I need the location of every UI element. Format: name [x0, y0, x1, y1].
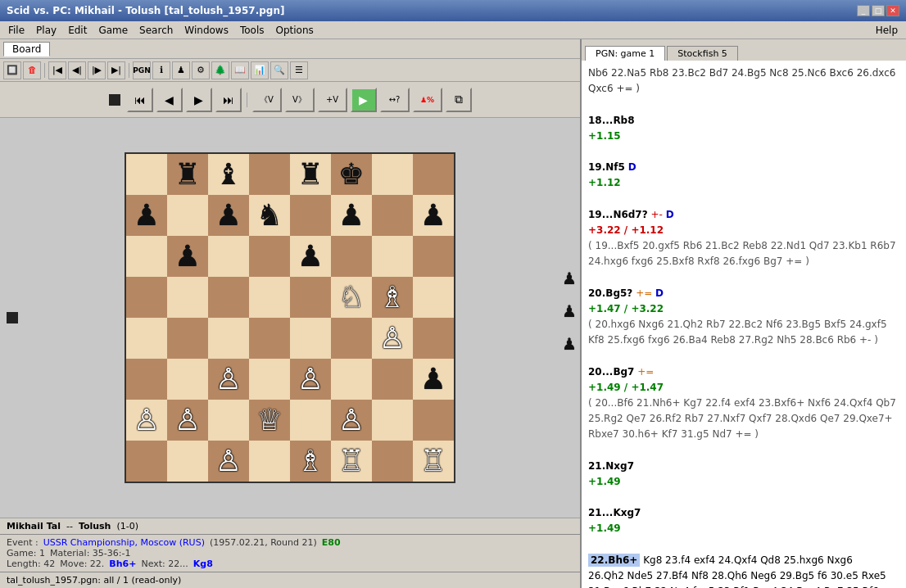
maximize-button[interactable]: □	[872, 5, 885, 16]
square[interactable]	[167, 441, 208, 482]
event-link[interactable]: USSR Championship, Moscow (RUS)	[43, 537, 205, 548]
menu-help[interactable]: Help	[871, 23, 903, 38]
square[interactable]	[208, 277, 249, 318]
menu-search[interactable]: Search	[134, 23, 178, 38]
square[interactable]	[126, 359, 167, 400]
icon-list[interactable]: ☰	[290, 61, 308, 79]
square[interactable]: ♘	[331, 277, 372, 318]
square[interactable]	[208, 318, 249, 359]
square[interactable]	[249, 441, 290, 482]
icon-next-game[interactable]: |▶	[88, 61, 106, 79]
square[interactable]	[413, 277, 454, 318]
square[interactable]	[167, 277, 208, 318]
nav-first[interactable]: ⏮	[127, 88, 153, 112]
square[interactable]	[413, 318, 454, 359]
square[interactable]	[413, 154, 454, 195]
icon-pgn[interactable]: PGN	[133, 61, 151, 79]
icon-stats[interactable]: 📊	[251, 61, 269, 79]
square[interactable]	[372, 154, 413, 195]
square[interactable]: ♜	[167, 154, 208, 195]
square[interactable]	[290, 400, 331, 441]
square[interactable]	[249, 154, 290, 195]
square[interactable]: ♙	[208, 441, 249, 482]
icon-first-game[interactable]: |◀	[48, 61, 66, 79]
icon-prev-game[interactable]: ◀|	[68, 61, 86, 79]
square[interactable]	[331, 359, 372, 400]
menu-game[interactable]: Game	[93, 23, 133, 38]
square[interactable]	[290, 277, 331, 318]
nav-score[interactable]: ♟%	[413, 88, 442, 112]
square[interactable]	[126, 441, 167, 482]
square[interactable]: ♙	[372, 318, 413, 359]
menu-tools[interactable]: Tools	[235, 23, 270, 38]
square[interactable]	[331, 318, 372, 359]
square[interactable]	[290, 195, 331, 236]
square[interactable]: ♟	[413, 195, 454, 236]
minimize-button[interactable]: _	[857, 5, 870, 16]
icon-book[interactable]: 📖	[231, 61, 249, 79]
icon-board[interactable]: ♟	[172, 61, 190, 79]
square[interactable]	[372, 195, 413, 236]
menu-edit[interactable]: Edit	[63, 23, 92, 38]
square[interactable]: ♖	[331, 441, 372, 482]
square[interactable]	[126, 277, 167, 318]
square[interactable]: ♜	[290, 154, 331, 195]
icon-filter[interactable]: 🔍	[270, 61, 288, 79]
tab-engine[interactable]: Stockfish 5	[667, 46, 738, 61]
square[interactable]	[126, 154, 167, 195]
square[interactable]: ♟	[290, 236, 331, 277]
icon-engine[interactable]: ⚙	[192, 61, 210, 79]
square[interactable]: ♗	[290, 441, 331, 482]
square[interactable]	[249, 236, 290, 277]
square[interactable]	[372, 236, 413, 277]
square[interactable]: ♟	[331, 195, 372, 236]
square[interactable]: ♙	[208, 359, 249, 400]
moves-panel[interactable]: Nb6 22.Na5 Rb8 23.Bc2 Bd7 24.Bg5 Nc8 25.…	[582, 61, 906, 588]
close-button[interactable]: ✕	[886, 5, 899, 16]
icon-game-info[interactable]: ℹ	[152, 61, 170, 79]
square[interactable]: ♟	[167, 236, 208, 277]
square[interactable]	[208, 400, 249, 441]
square[interactable]	[126, 318, 167, 359]
square[interactable]	[167, 359, 208, 400]
square[interactable]	[290, 318, 331, 359]
square[interactable]	[249, 318, 290, 359]
square[interactable]	[331, 236, 372, 277]
square[interactable]	[413, 400, 454, 441]
square[interactable]	[208, 236, 249, 277]
icon-tree[interactable]: 🌲	[211, 61, 229, 79]
square[interactable]: ♗	[372, 277, 413, 318]
nav-var-next[interactable]: V》	[285, 88, 315, 112]
square[interactable]	[372, 359, 413, 400]
icon-scid-logo[interactable]: 🔲	[3, 61, 21, 79]
nav-add-var[interactable]: +V	[318, 88, 347, 112]
square[interactable]: ♟	[413, 359, 454, 400]
square[interactable]: ♝	[208, 154, 249, 195]
square[interactable]: ♙	[167, 400, 208, 441]
square[interactable]	[167, 195, 208, 236]
square[interactable]	[249, 359, 290, 400]
nav-prev[interactable]: ◀	[156, 88, 183, 112]
square[interactable]: ♕	[249, 400, 290, 441]
square[interactable]: ♙	[290, 359, 331, 400]
square[interactable]	[126, 236, 167, 277]
menu-windows[interactable]: Windows	[179, 23, 233, 38]
square[interactable]: ♖	[413, 441, 454, 482]
square[interactable]	[413, 236, 454, 277]
icon-delete[interactable]: 🗑	[23, 61, 41, 79]
nav-last[interactable]: ⏭	[215, 88, 242, 112]
square[interactable]: ♙	[126, 400, 167, 441]
square[interactable]: ♟	[126, 195, 167, 236]
nav-next[interactable]: ▶	[186, 88, 212, 112]
tab-pgn[interactable]: PGN: game 1	[585, 46, 665, 61]
nav-play[interactable]: ▶	[351, 88, 377, 112]
square[interactable]	[249, 277, 290, 318]
square[interactable]: ♞	[249, 195, 290, 236]
menu-play[interactable]: Play	[31, 23, 61, 38]
icon-last-game[interactable]: ▶|	[107, 61, 125, 79]
tab-board[interactable]: Board	[3, 42, 50, 57]
menu-file[interactable]: File	[3, 23, 29, 38]
square[interactable]: ♚	[331, 154, 372, 195]
nav-var-prev[interactable]: 《V	[252, 88, 282, 112]
nav-flip[interactable]: ↔?	[380, 88, 410, 112]
